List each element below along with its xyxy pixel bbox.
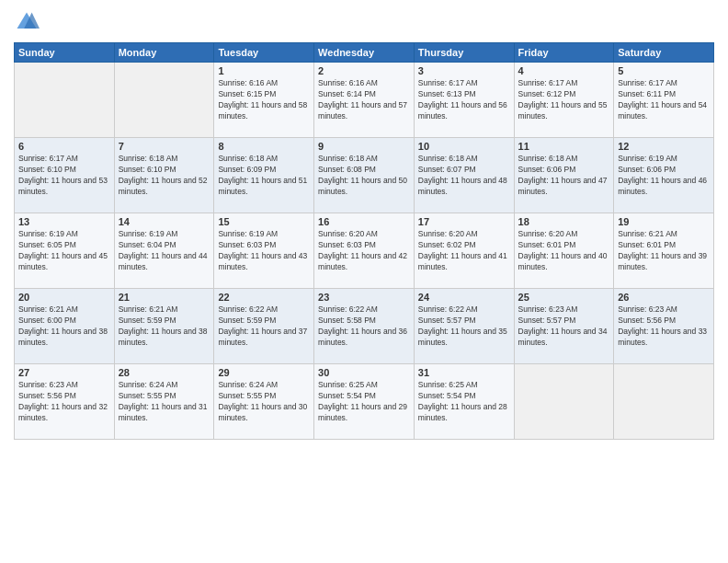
- calendar-cell: 11Sunrise: 6:18 AM Sunset: 6:06 PM Dayli…: [514, 138, 614, 213]
- calendar: SundayMondayTuesdayWednesdayThursdayFrid…: [14, 42, 714, 440]
- day-number: 31: [418, 367, 510, 378]
- calendar-cell: 27Sunrise: 6:23 AM Sunset: 5:56 PM Dayli…: [15, 364, 115, 440]
- day-number: 14: [119, 216, 210, 227]
- calendar-cell: 9Sunrise: 6:18 AM Sunset: 6:08 PM Daylig…: [314, 138, 415, 213]
- weekday-header-sunday: Sunday: [15, 43, 115, 63]
- calendar-cell: 3Sunrise: 6:17 AM Sunset: 6:13 PM Daylig…: [414, 63, 514, 138]
- day-number: 7: [119, 141, 210, 152]
- day-number: 25: [518, 292, 610, 303]
- day-info: Sunrise: 6:23 AM Sunset: 5:56 PM Dayligh…: [18, 380, 110, 424]
- day-info: Sunrise: 6:25 AM Sunset: 5:54 PM Dayligh…: [318, 380, 410, 424]
- calendar-cell: 18Sunrise: 6:20 AM Sunset: 6:01 PM Dayli…: [514, 213, 614, 289]
- day-number: 8: [218, 141, 310, 152]
- day-info: Sunrise: 6:24 AM Sunset: 5:55 PM Dayligh…: [218, 380, 310, 424]
- calendar-cell: 22Sunrise: 6:22 AM Sunset: 5:59 PM Dayli…: [214, 289, 314, 364]
- day-info: Sunrise: 6:19 AM Sunset: 6:04 PM Dayligh…: [119, 229, 210, 273]
- calendar-cell: 13Sunrise: 6:19 AM Sunset: 6:05 PM Dayli…: [15, 213, 115, 289]
- day-info: Sunrise: 6:25 AM Sunset: 5:54 PM Dayligh…: [418, 380, 510, 424]
- day-info: Sunrise: 6:17 AM Sunset: 6:13 PM Dayligh…: [418, 78, 510, 122]
- calendar-cell: 24Sunrise: 6:22 AM Sunset: 5:57 PM Dayli…: [414, 289, 514, 364]
- day-number: 27: [18, 367, 110, 378]
- calendar-cell: 28Sunrise: 6:24 AM Sunset: 5:55 PM Dayli…: [114, 364, 214, 440]
- day-number: 19: [618, 216, 710, 227]
- day-info: Sunrise: 6:18 AM Sunset: 6:10 PM Dayligh…: [119, 154, 210, 198]
- calendar-cell: 31Sunrise: 6:25 AM Sunset: 5:54 PM Dayli…: [414, 364, 514, 440]
- day-number: 13: [18, 216, 110, 227]
- day-number: 6: [18, 141, 110, 152]
- calendar-cell: [114, 63, 214, 138]
- day-info: Sunrise: 6:18 AM Sunset: 6:08 PM Dayligh…: [318, 154, 410, 198]
- day-info: Sunrise: 6:16 AM Sunset: 6:15 PM Dayligh…: [218, 78, 310, 122]
- weekday-header-friday: Friday: [514, 43, 614, 63]
- day-info: Sunrise: 6:18 AM Sunset: 6:06 PM Dayligh…: [518, 154, 610, 198]
- week-row-1: 6Sunrise: 6:17 AM Sunset: 6:10 PM Daylig…: [15, 138, 714, 213]
- calendar-cell: 20Sunrise: 6:21 AM Sunset: 6:00 PM Dayli…: [15, 289, 115, 364]
- calendar-cell: 17Sunrise: 6:20 AM Sunset: 6:02 PM Dayli…: [414, 213, 514, 289]
- day-number: 2: [318, 65, 410, 76]
- calendar-cell: 19Sunrise: 6:21 AM Sunset: 6:01 PM Dayli…: [614, 213, 714, 289]
- calendar-cell: 26Sunrise: 6:23 AM Sunset: 5:56 PM Dayli…: [614, 289, 714, 364]
- calendar-cell: 23Sunrise: 6:22 AM Sunset: 5:58 PM Dayli…: [314, 289, 415, 364]
- day-info: Sunrise: 6:19 AM Sunset: 6:06 PM Dayligh…: [618, 154, 710, 198]
- calendar-cell: 30Sunrise: 6:25 AM Sunset: 5:54 PM Dayli…: [314, 364, 415, 440]
- calendar-cell: 6Sunrise: 6:17 AM Sunset: 6:10 PM Daylig…: [15, 138, 115, 213]
- day-info: Sunrise: 6:18 AM Sunset: 6:07 PM Dayligh…: [418, 154, 510, 198]
- calendar-body: 1Sunrise: 6:16 AM Sunset: 6:15 PM Daylig…: [15, 63, 714, 440]
- calendar-cell: [514, 364, 614, 440]
- day-info: Sunrise: 6:23 AM Sunset: 5:57 PM Dayligh…: [518, 304, 610, 349]
- day-info: Sunrise: 6:22 AM Sunset: 5:58 PM Dayligh…: [318, 304, 410, 349]
- day-info: Sunrise: 6:19 AM Sunset: 6:03 PM Dayligh…: [218, 229, 310, 273]
- day-info: Sunrise: 6:21 AM Sunset: 6:01 PM Dayligh…: [618, 229, 710, 273]
- calendar-cell: 14Sunrise: 6:19 AM Sunset: 6:04 PM Dayli…: [114, 213, 214, 289]
- header: [14, 9, 714, 35]
- weekday-row: SundayMondayTuesdayWednesdayThursdayFrid…: [15, 43, 714, 63]
- day-info: Sunrise: 6:21 AM Sunset: 6:00 PM Dayligh…: [18, 304, 110, 349]
- calendar-cell: 7Sunrise: 6:18 AM Sunset: 6:10 PM Daylig…: [114, 138, 214, 213]
- day-number: 21: [119, 292, 210, 303]
- calendar-cell: 2Sunrise: 6:16 AM Sunset: 6:14 PM Daylig…: [314, 63, 415, 138]
- day-number: 4: [518, 65, 610, 76]
- day-number: 20: [18, 292, 110, 303]
- logo: [14, 9, 43, 35]
- day-info: Sunrise: 6:24 AM Sunset: 5:55 PM Dayligh…: [119, 380, 210, 424]
- day-number: 1: [218, 65, 310, 76]
- day-number: 26: [618, 292, 710, 303]
- weekday-header-monday: Monday: [114, 43, 214, 63]
- day-info: Sunrise: 6:21 AM Sunset: 5:59 PM Dayligh…: [119, 304, 210, 349]
- day-info: Sunrise: 6:23 AM Sunset: 5:56 PM Dayligh…: [618, 304, 710, 349]
- week-row-4: 27Sunrise: 6:23 AM Sunset: 5:56 PM Dayli…: [15, 364, 714, 440]
- page: SundayMondayTuesdayWednesdayThursdayFrid…: [0, 0, 728, 563]
- calendar-cell: 15Sunrise: 6:19 AM Sunset: 6:03 PM Dayli…: [214, 213, 314, 289]
- day-number: 17: [418, 216, 510, 227]
- calendar-cell: 12Sunrise: 6:19 AM Sunset: 6:06 PM Dayli…: [614, 138, 714, 213]
- weekday-header-tuesday: Tuesday: [214, 43, 314, 63]
- day-number: 24: [418, 292, 510, 303]
- day-info: Sunrise: 6:18 AM Sunset: 6:09 PM Dayligh…: [218, 154, 310, 198]
- day-info: Sunrise: 6:17 AM Sunset: 6:10 PM Dayligh…: [18, 154, 110, 198]
- day-number: 28: [119, 367, 210, 378]
- day-number: 9: [318, 141, 410, 152]
- calendar-cell: [15, 63, 115, 138]
- calendar-cell: 21Sunrise: 6:21 AM Sunset: 5:59 PM Dayli…: [114, 289, 214, 364]
- day-info: Sunrise: 6:17 AM Sunset: 6:12 PM Dayligh…: [518, 78, 610, 122]
- weekday-header-thursday: Thursday: [414, 43, 514, 63]
- calendar-cell: 8Sunrise: 6:18 AM Sunset: 6:09 PM Daylig…: [214, 138, 314, 213]
- day-number: 15: [218, 216, 310, 227]
- day-info: Sunrise: 6:19 AM Sunset: 6:05 PM Dayligh…: [18, 229, 110, 273]
- day-number: 5: [618, 65, 710, 76]
- week-row-2: 13Sunrise: 6:19 AM Sunset: 6:05 PM Dayli…: [15, 213, 714, 289]
- day-info: Sunrise: 6:22 AM Sunset: 5:57 PM Dayligh…: [418, 304, 510, 349]
- day-info: Sunrise: 6:16 AM Sunset: 6:14 PM Dayligh…: [318, 78, 410, 122]
- day-number: 3: [418, 65, 510, 76]
- weekday-header-saturday: Saturday: [614, 43, 714, 63]
- calendar-cell: 5Sunrise: 6:17 AM Sunset: 6:11 PM Daylig…: [614, 63, 714, 138]
- calendar-cell: 25Sunrise: 6:23 AM Sunset: 5:57 PM Dayli…: [514, 289, 614, 364]
- day-number: 23: [318, 292, 410, 303]
- day-number: 29: [218, 367, 310, 378]
- logo-icon: [14, 9, 40, 35]
- day-info: Sunrise: 6:22 AM Sunset: 5:59 PM Dayligh…: [218, 304, 310, 349]
- calendar-cell: 4Sunrise: 6:17 AM Sunset: 6:12 PM Daylig…: [514, 63, 614, 138]
- calendar-header: SundayMondayTuesdayWednesdayThursdayFrid…: [15, 43, 714, 63]
- calendar-cell: 29Sunrise: 6:24 AM Sunset: 5:55 PM Dayli…: [214, 364, 314, 440]
- calendar-cell: 1Sunrise: 6:16 AM Sunset: 6:15 PM Daylig…: [214, 63, 314, 138]
